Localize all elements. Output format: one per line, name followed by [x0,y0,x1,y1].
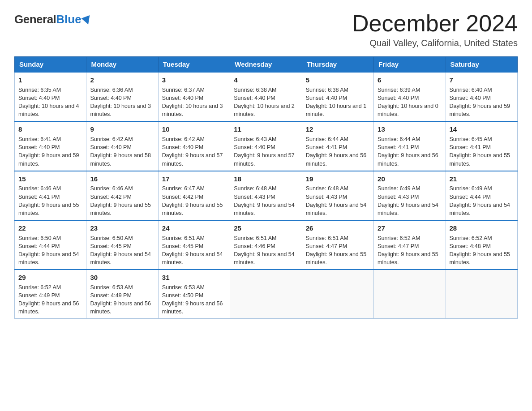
table-row: 28Sunrise: 6:52 AMSunset: 4:48 PMDayligh… [446,220,517,270]
day-number: 9 [90,124,154,134]
day-number: 27 [378,223,442,233]
location-subtitle: Quail Valley, California, United States [352,38,518,48]
table-row: 14Sunrise: 6:45 AMSunset: 4:41 PMDayligh… [446,121,517,171]
table-row: 23Sunrise: 6:50 AMSunset: 4:45 PMDayligh… [86,220,158,270]
day-number: 1 [18,75,82,85]
logo-blue-text: Blue [56,13,81,26]
table-row: 8Sunrise: 6:41 AMSunset: 4:40 PMDaylight… [15,121,86,171]
day-number: 17 [162,174,226,184]
day-info: Sunrise: 6:41 AMSunset: 4:40 PMDaylight:… [18,135,82,168]
day-info: Sunrise: 6:40 AMSunset: 4:40 PMDaylight:… [450,86,514,119]
table-row: 13Sunrise: 6:44 AMSunset: 4:41 PMDayligh… [374,121,446,171]
day-info: Sunrise: 6:37 AMSunset: 4:40 PMDaylight:… [162,86,226,119]
table-row: 6Sunrise: 6:39 AMSunset: 4:40 PMDaylight… [374,72,446,121]
day-number: 28 [450,223,514,233]
day-info: Sunrise: 6:49 AMSunset: 4:43 PMDaylight:… [378,184,442,217]
day-number: 31 [162,273,226,283]
table-row: 11Sunrise: 6:43 AMSunset: 4:40 PMDayligh… [230,121,302,171]
day-number: 10 [162,124,226,134]
col-sunday: Sunday [15,57,86,73]
day-number: 29 [18,273,82,283]
day-number: 8 [18,124,82,134]
table-row: 30Sunrise: 6:53 AMSunset: 4:49 PMDayligh… [86,270,158,319]
table-row: 17Sunrise: 6:47 AMSunset: 4:42 PMDayligh… [158,171,230,220]
day-info: Sunrise: 6:53 AMSunset: 4:50 PMDaylight:… [162,283,226,316]
day-number: 21 [450,174,514,184]
day-number: 3 [162,75,226,85]
day-info: Sunrise: 6:45 AMSunset: 4:41 PMDaylight:… [450,135,514,168]
table-row: 1Sunrise: 6:35 AMSunset: 4:40 PMDaylight… [15,72,86,121]
col-friday: Friday [374,57,446,73]
day-number: 7 [450,75,514,85]
table-row [230,270,302,319]
day-number: 20 [378,174,442,184]
table-row: 16Sunrise: 6:46 AMSunset: 4:42 PMDayligh… [86,171,158,220]
table-row: 7Sunrise: 6:40 AMSunset: 4:40 PMDaylight… [446,72,517,121]
day-info: Sunrise: 6:53 AMSunset: 4:49 PMDaylight:… [90,283,154,316]
day-info: Sunrise: 6:43 AMSunset: 4:40 PMDaylight:… [234,135,298,168]
col-saturday: Saturday [446,57,517,73]
table-row: 31Sunrise: 6:53 AMSunset: 4:50 PMDayligh… [158,270,230,319]
table-row: 24Sunrise: 6:51 AMSunset: 4:45 PMDayligh… [158,220,230,270]
day-info: Sunrise: 6:42 AMSunset: 4:40 PMDaylight:… [90,135,154,168]
month-title: December 2024 [352,11,518,36]
day-number: 5 [306,75,370,85]
table-row: 18Sunrise: 6:48 AMSunset: 4:43 PMDayligh… [230,171,302,220]
day-number: 25 [234,223,298,233]
table-row: 21Sunrise: 6:49 AMSunset: 4:44 PMDayligh… [446,171,517,220]
table-row: 25Sunrise: 6:51 AMSunset: 4:46 PMDayligh… [230,220,302,270]
day-info: Sunrise: 6:50 AMSunset: 4:44 PMDaylight:… [18,234,82,267]
table-row [446,270,517,319]
calendar-week-row: 8Sunrise: 6:41 AMSunset: 4:40 PMDaylight… [15,121,518,171]
table-row: 27Sunrise: 6:52 AMSunset: 4:47 PMDayligh… [374,220,446,270]
day-info: Sunrise: 6:47 AMSunset: 4:42 PMDaylight:… [162,184,226,217]
calendar-week-row: 1Sunrise: 6:35 AMSunset: 4:40 PMDaylight… [15,72,518,121]
calendar-week-row: 22Sunrise: 6:50 AMSunset: 4:44 PMDayligh… [15,220,518,270]
day-info: Sunrise: 6:46 AMSunset: 4:42 PMDaylight:… [90,184,154,217]
day-number: 15 [18,174,82,184]
day-number: 24 [162,223,226,233]
day-number: 11 [234,124,298,134]
day-info: Sunrise: 6:52 AMSunset: 4:47 PMDaylight:… [378,234,442,267]
calendar-header-row: Sunday Monday Tuesday Wednesday Thursday… [15,57,518,73]
day-number: 30 [90,273,154,283]
page-header: General Blue December 2024 Quail Valley,… [14,11,518,48]
table-row: 9Sunrise: 6:42 AMSunset: 4:40 PMDaylight… [86,121,158,171]
calendar-table: Sunday Monday Tuesday Wednesday Thursday… [14,56,518,319]
day-number: 16 [90,174,154,184]
day-info: Sunrise: 6:48 AMSunset: 4:43 PMDaylight:… [306,184,370,217]
table-row: 22Sunrise: 6:50 AMSunset: 4:44 PMDayligh… [15,220,86,270]
table-row: 26Sunrise: 6:51 AMSunset: 4:47 PMDayligh… [302,220,373,270]
day-number: 6 [378,75,442,85]
day-info: Sunrise: 6:51 AMSunset: 4:47 PMDaylight:… [306,234,370,267]
day-info: Sunrise: 6:50 AMSunset: 4:45 PMDaylight:… [90,234,154,267]
table-row: 4Sunrise: 6:38 AMSunset: 4:40 PMDaylight… [230,72,302,121]
day-info: Sunrise: 6:35 AMSunset: 4:40 PMDaylight:… [18,86,82,119]
day-number: 22 [18,223,82,233]
day-info: Sunrise: 6:52 AMSunset: 4:49 PMDaylight:… [18,283,82,316]
day-number: 23 [90,223,154,233]
col-thursday: Thursday [302,57,373,73]
day-info: Sunrise: 6:42 AMSunset: 4:40 PMDaylight:… [162,135,226,168]
day-number: 12 [306,124,370,134]
table-row: 20Sunrise: 6:49 AMSunset: 4:43 PMDayligh… [374,171,446,220]
day-number: 13 [378,124,442,134]
col-monday: Monday [86,57,158,73]
day-number: 26 [306,223,370,233]
day-info: Sunrise: 6:44 AMSunset: 4:41 PMDaylight:… [306,135,370,168]
table-row: 12Sunrise: 6:44 AMSunset: 4:41 PMDayligh… [302,121,373,171]
table-row: 19Sunrise: 6:48 AMSunset: 4:43 PMDayligh… [302,171,373,220]
day-info: Sunrise: 6:51 AMSunset: 4:45 PMDaylight:… [162,234,226,267]
logo-blue-part: Blue [56,13,91,26]
table-row [374,270,446,319]
col-wednesday: Wednesday [230,57,302,73]
day-info: Sunrise: 6:52 AMSunset: 4:48 PMDaylight:… [450,234,514,267]
day-number: 4 [234,75,298,85]
day-info: Sunrise: 6:38 AMSunset: 4:40 PMDaylight:… [234,86,298,119]
day-info: Sunrise: 6:51 AMSunset: 4:46 PMDaylight:… [234,234,298,267]
day-number: 19 [306,174,370,184]
logo-triangle-icon [81,15,92,26]
day-info: Sunrise: 6:49 AMSunset: 4:44 PMDaylight:… [450,184,514,217]
table-row: 3Sunrise: 6:37 AMSunset: 4:40 PMDaylight… [158,72,230,121]
table-row: 15Sunrise: 6:46 AMSunset: 4:41 PMDayligh… [15,171,86,220]
